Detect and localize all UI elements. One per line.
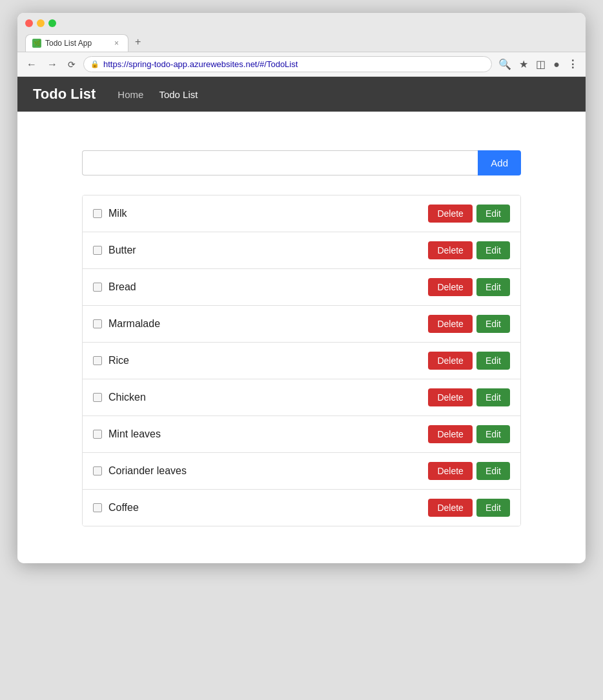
- edit-button-5[interactable]: Edit: [476, 352, 510, 370]
- todo-label-2: Butter: [108, 245, 428, 256]
- todo-item-6: Chicken Delete Edit: [83, 379, 520, 416]
- new-tab-button[interactable]: +: [130, 32, 146, 52]
- app-body: Add Milk Delete Edit Butter Delete Edit: [17, 112, 586, 563]
- todo-label-4: Marmalade: [108, 318, 428, 330]
- browser-controls: [25, 19, 578, 27]
- todo-actions-4: Delete Edit: [428, 315, 510, 333]
- todo-label-9: Coffee: [108, 502, 428, 514]
- nav-link-home[interactable]: Home: [118, 89, 143, 100]
- todo-item-5: Rice Delete Edit: [83, 343, 520, 379]
- extensions-icon[interactable]: ◫: [535, 57, 547, 72]
- todo-item-9: Coffee Delete Edit: [83, 490, 520, 526]
- todo-actions-6: Delete Edit: [428, 388, 510, 406]
- edit-button-7[interactable]: Edit: [476, 425, 510, 443]
- delete-button-7[interactable]: Delete: [428, 425, 472, 443]
- delete-button-3[interactable]: Delete: [428, 278, 472, 296]
- app-navbar: Todo List Home Todo List: [17, 77, 586, 112]
- todo-checkbox-3[interactable]: [93, 283, 102, 292]
- edit-button-2[interactable]: Edit: [476, 241, 510, 259]
- todo-actions-5: Delete Edit: [428, 352, 510, 370]
- todo-label-5: Rice: [108, 355, 428, 366]
- delete-button-6[interactable]: Delete: [428, 388, 472, 406]
- add-todo-input[interactable]: [82, 150, 478, 175]
- browser-window: 🌿 Todo List App × + ← → ⟳ 🔒 https://spri…: [17, 13, 586, 563]
- tab-close-icon[interactable]: ×: [113, 39, 120, 48]
- lock-icon: 🔒: [90, 60, 99, 68]
- todo-checkbox-6[interactable]: [93, 393, 102, 402]
- todo-checkbox-1[interactable]: [93, 209, 102, 218]
- browser-titlebar: 🌿 Todo List App × +: [17, 13, 586, 52]
- todo-label-8: Coriander leaves: [108, 465, 428, 477]
- address-bar[interactable]: 🔒 https://spring-todo-app.azurewebsites.…: [83, 56, 492, 72]
- traffic-lights: [25, 19, 56, 27]
- browser-tab-bar: 🌿 Todo List App × +: [25, 32, 578, 52]
- edit-button-1[interactable]: Edit: [476, 205, 510, 223]
- todo-label-7: Mint leaves: [108, 428, 428, 440]
- todo-item-2: Butter Delete Edit: [83, 232, 520, 269]
- nav-link-todolist[interactable]: Todo List: [159, 89, 198, 100]
- delete-button-4[interactable]: Delete: [428, 315, 472, 333]
- edit-button-8[interactable]: Edit: [476, 462, 510, 480]
- todo-item-7: Mint leaves Delete Edit: [83, 416, 520, 453]
- todo-item-3: Bread Delete Edit: [83, 269, 520, 306]
- todo-actions-2: Delete Edit: [428, 241, 510, 259]
- browser-tab[interactable]: 🌿 Todo List App ×: [25, 34, 128, 52]
- todo-actions-3: Delete Edit: [428, 278, 510, 296]
- app-brand: Todo List: [33, 86, 96, 103]
- toolbar-icons: 🔍 ★ ◫ ● ⋮: [497, 57, 579, 72]
- todo-actions-8: Delete Edit: [428, 462, 510, 480]
- todo-item-8: Coriander leaves Delete Edit: [83, 453, 520, 490]
- delete-button-1[interactable]: Delete: [428, 205, 472, 223]
- edit-button-3[interactable]: Edit: [476, 278, 510, 296]
- todo-label-1: Milk: [108, 208, 428, 219]
- delete-button-8[interactable]: Delete: [428, 462, 472, 480]
- minimize-button[interactable]: [37, 19, 45, 27]
- back-button[interactable]: ←: [24, 58, 39, 71]
- todo-label-6: Chicken: [108, 392, 428, 403]
- forward-button[interactable]: →: [45, 58, 60, 71]
- add-form: Add: [82, 150, 521, 175]
- delete-button-2[interactable]: Delete: [428, 241, 472, 259]
- close-button[interactable]: [25, 19, 33, 27]
- todo-actions-9: Delete Edit: [428, 499, 510, 517]
- edit-button-9[interactable]: Edit: [476, 499, 510, 517]
- reload-button[interactable]: ⟳: [65, 58, 78, 71]
- edit-button-6[interactable]: Edit: [476, 388, 510, 406]
- bookmark-star-icon[interactable]: ★: [518, 57, 529, 72]
- delete-button-9[interactable]: Delete: [428, 499, 472, 517]
- todo-list: Milk Delete Edit Butter Delete Edit Brea…: [82, 195, 521, 526]
- todo-checkbox-8[interactable]: [93, 466, 102, 475]
- tab-favicon: 🌿: [32, 39, 41, 48]
- url-text: https://spring-todo-app.azurewebsites.ne…: [103, 59, 485, 69]
- menu-icon[interactable]: ⋮: [566, 57, 579, 72]
- todo-checkbox-9[interactable]: [93, 503, 102, 512]
- todo-checkbox-5[interactable]: [93, 356, 102, 365]
- tab-title: Todo List App: [45, 39, 109, 48]
- todo-item-1: Milk Delete Edit: [83, 195, 520, 232]
- add-button[interactable]: Add: [478, 150, 521, 175]
- todo-label-3: Bread: [108, 281, 428, 293]
- delete-button-5[interactable]: Delete: [428, 352, 472, 370]
- todo-actions-7: Delete Edit: [428, 425, 510, 443]
- edit-button-4[interactable]: Edit: [476, 315, 510, 333]
- profile-icon[interactable]: ●: [552, 57, 561, 72]
- browser-toolbar: ← → ⟳ 🔒 https://spring-todo-app.azureweb…: [17, 52, 586, 77]
- todo-item-4: Marmalade Delete Edit: [83, 306, 520, 343]
- maximize-button[interactable]: [48, 19, 56, 27]
- todo-checkbox-4[interactable]: [93, 319, 102, 328]
- zoom-icon[interactable]: 🔍: [497, 57, 513, 72]
- todo-actions-1: Delete Edit: [428, 205, 510, 223]
- todo-checkbox-7[interactable]: [93, 430, 102, 439]
- todo-checkbox-2[interactable]: [93, 246, 102, 255]
